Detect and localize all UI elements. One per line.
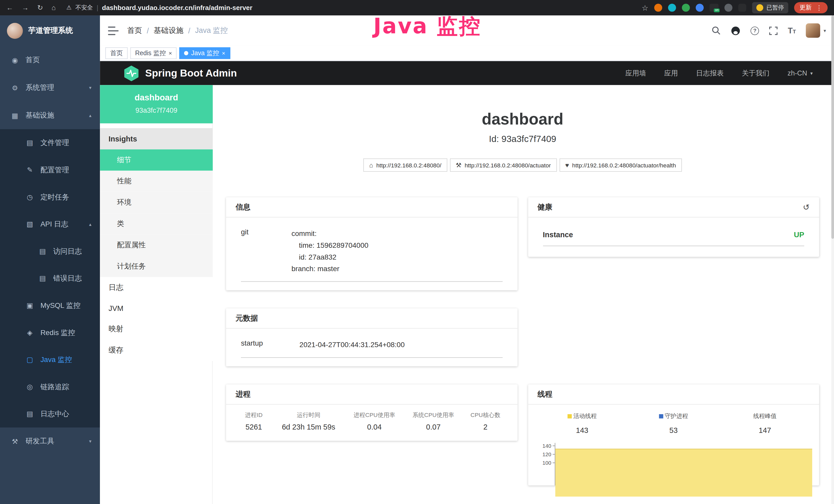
sba-nav-about[interactable]: 关于我们	[742, 68, 770, 78]
sba-item-caches[interactable]: 缓存	[100, 340, 213, 361]
user-menu[interactable]: ▾	[806, 23, 826, 38]
address-divider: |	[96, 4, 98, 12]
sidebar-item-home[interactable]: ◉ 首页	[0, 46, 100, 74]
sba-item-details[interactable]: 细节	[100, 150, 213, 171]
threads-chart-plot	[554, 443, 814, 485]
breadcrumb-home[interactable]: 首页	[127, 26, 142, 35]
instance-health-row[interactable]: Instance UP	[543, 217, 804, 246]
sba-item-mappings[interactable]: 映射	[100, 318, 213, 340]
sidebar-item-label: 访问日志	[53, 247, 82, 256]
search-icon[interactable]	[712, 26, 721, 35]
extension-icon-gray[interactable]	[724, 4, 732, 12]
sidebar-item-system-mgmt[interactable]: ⚙ 系统管理 ▾	[0, 74, 100, 102]
sba-app-id: 93a3fc7f7409	[100, 106, 213, 114]
sba-nav-journal[interactable]: 日志报表	[696, 68, 724, 78]
cpu-cores: 2	[462, 420, 509, 438]
info-card: 信息 git commit: time: 1596289704000 id: 2…	[226, 197, 517, 290]
sidebar-item-mysql-monitor[interactable]: ▣ MySQL 监控	[0, 292, 100, 319]
sba-item-logs[interactable]: 日志	[100, 277, 213, 298]
sidebar-item-config-mgmt[interactable]: ✎ 配置管理	[0, 156, 100, 184]
tab-java-monitor[interactable]: Java 监控 ×	[179, 47, 230, 59]
locale-selector[interactable]: zh-CN ▾	[788, 69, 813, 77]
close-icon[interactable]: ×	[222, 50, 225, 56]
sba-item-classes[interactable]: 类	[100, 213, 213, 234]
tab-home[interactable]: 首页	[105, 47, 128, 59]
close-icon[interactable]: ×	[169, 50, 172, 56]
process-card: 进程 进程ID 运行时间 进程CPU使用率 系统C	[226, 384, 517, 441]
browser-forward-icon[interactable]: →	[22, 4, 29, 12]
sba-nav-wallboard[interactable]: 应用墙	[625, 68, 646, 78]
wrench-icon: ⚒	[456, 161, 461, 169]
breadcrumb-separator: /	[188, 26, 190, 35]
status-badge: UP	[794, 230, 804, 239]
sidebar-item-label: 首页	[25, 55, 40, 65]
sidebar-item-scheduled-jobs[interactable]: ◷ 定时任务	[0, 183, 100, 210]
git-info-row: git commit: time: 1596289704000 id: 27aa…	[241, 220, 502, 282]
sba-app-block[interactable]: dashboard 93a3fc7f7409	[100, 85, 213, 123]
not-secure-warning-icon: ⚠	[66, 4, 71, 11]
threads-legend: 活动线程 143 守护进程 53	[528, 405, 819, 434]
browser-home-icon[interactable]: ⌂	[52, 4, 56, 12]
extension-icon-orange[interactable]	[654, 4, 662, 12]
help-icon[interactable]: ?	[750, 26, 759, 35]
sidebar-item-file-mgmt[interactable]: ▤ 文件管理	[0, 129, 100, 156]
extension-icon-switch[interactable]: on	[709, 4, 719, 12]
github-icon[interactable]	[731, 26, 741, 35]
sidebar-item-tracing[interactable]: ◎ 链路追踪	[0, 373, 100, 400]
scrollbar-thumb[interactable]	[831, 16, 834, 239]
sidebar-item-java-monitor[interactable]: ▢ Java 监控	[0, 346, 100, 373]
sidebar-item-dev-tools[interactable]: ⚒ 研发工具 ▾	[0, 428, 100, 455]
threads-card-title: 线程	[537, 389, 552, 399]
extension-icon-dark[interactable]	[738, 4, 746, 12]
sidebar-item-label: MySQL 监控	[40, 301, 81, 310]
endpoint-health-link[interactable]: ♥ http://192.168.0.2:48080/actuator/heal…	[559, 158, 682, 172]
page-scrollbar[interactable]	[831, 16, 834, 504]
extension-icon-green[interactable]	[682, 4, 690, 12]
chevron-down-icon: ▾	[824, 28, 826, 33]
sidebar-item-access-log[interactable]: ▤ 访问日志	[0, 238, 100, 265]
sidebar-item-api-log[interactable]: ▧ API 日志 ▴	[0, 210, 100, 238]
legend-square-yellow	[567, 414, 572, 418]
chrome-update-button[interactable]: 更新 ⋮	[794, 2, 828, 13]
metadata-card: 元数据 startup 2021-04-27T00:44:31.254+08:0…	[226, 308, 517, 366]
sidebar-toggle-icon[interactable]	[108, 26, 118, 35]
sba-item-metrics[interactable]: 性能	[100, 171, 213, 192]
col-header: 运行时间	[273, 405, 345, 420]
logo-avatar	[7, 23, 23, 39]
sba-brand[interactable]: Spring Boot Admin	[123, 65, 237, 81]
sba-nav-applications[interactable]: 应用	[664, 68, 678, 78]
trace-icon: ◎	[25, 383, 34, 391]
sba-item-jvm[interactable]: JVM	[100, 298, 213, 319]
git-key: git	[241, 228, 291, 275]
sidebar-item-log-center[interactable]: ▤ 日志中心	[0, 400, 100, 428]
browser-menu-icon[interactable]: ⋮	[816, 4, 822, 12]
bookmark-star-icon[interactable]: ☆	[642, 3, 648, 12]
sidebar-item-error-log[interactable]: ▤ 错误日志	[0, 265, 100, 292]
sidebar-logo[interactable]: 芋道管理系统	[0, 16, 100, 46]
endpoint-actuator-link[interactable]: ⚒ http://192.168.0.2:48080/actuator	[450, 158, 556, 172]
home-icon: ◉	[10, 56, 19, 64]
breadcrumb-infrastructure[interactable]: 基础设施	[154, 26, 183, 35]
paused-badge[interactable]: 已暂停	[752, 2, 788, 13]
sba-item-scheduled-tasks[interactable]: 计划任务	[100, 256, 213, 277]
sba-item-environment[interactable]: 环境	[100, 192, 213, 213]
font-size-icon[interactable]: TT	[788, 26, 796, 35]
history-icon[interactable]: ↺	[803, 202, 810, 212]
endpoint-url: http://192.168.0.2:48080/actuator	[465, 162, 551, 168]
extension-icon-teal[interactable]	[668, 4, 676, 12]
sba-item-config-props[interactable]: 配置属性	[100, 234, 213, 256]
tab-label: Redis 监控	[135, 48, 166, 58]
sidebar-item-label: 错误日志	[53, 273, 82, 283]
fullscreen-icon[interactable]	[769, 26, 778, 35]
sidebar-item-label: 日志中心	[40, 409, 69, 418]
browser-back-icon[interactable]: ←	[6, 4, 13, 12]
endpoint-root-link[interactable]: ⌂ http://192.168.0.2:48080/	[364, 158, 447, 172]
address-bar[interactable]: ⚠ 不安全 | dashboard.yudao.iocoder.cn/infra…	[66, 4, 252, 12]
sidebar-item-infrastructure[interactable]: ▦ 基础设施 ▴	[0, 102, 100, 130]
sidebar-item-redis-monitor[interactable]: ◈ Redis 监控	[0, 319, 100, 346]
gear-icon: ⚙	[10, 84, 19, 92]
annotation-java-monitor: Java 监控	[373, 12, 481, 41]
extension-icon-blue[interactable]	[696, 4, 704, 12]
browser-reload-icon[interactable]: ↻	[37, 4, 43, 12]
tab-redis-monitor[interactable]: Redis 监控 ×	[130, 47, 177, 59]
